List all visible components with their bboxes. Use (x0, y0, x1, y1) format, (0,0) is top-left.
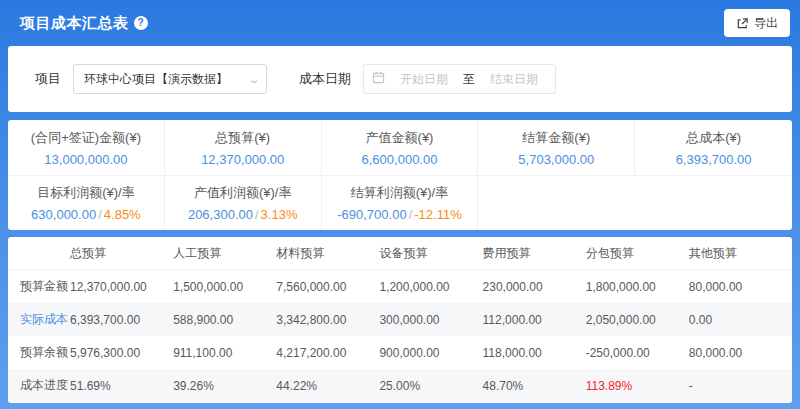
table-row-actual-cost: 实际成本 6,393,700.00 588,900.00 3,342,800.0… (8, 303, 792, 336)
profit-rate: 4.85% (104, 207, 141, 222)
project-label: 项目 (35, 70, 61, 88)
page-title: 项目成本汇总表 (20, 14, 129, 33)
cell: - (689, 379, 792, 393)
value-separator: / (253, 207, 261, 222)
summary-card-value: -690,700.00/-12.11% (337, 207, 462, 222)
column-header-labor-budget: 人工预算 (173, 245, 276, 262)
profit-amount: 206,300.00 (188, 207, 253, 222)
export-icon (736, 17, 749, 30)
column-header-subcontract-budget: 分包预算 (586, 245, 689, 262)
profit-rate: 3.13% (261, 207, 298, 222)
summary-card-settlement-profit: 结算利润额(¥)/率 -690,700.00/-12.11% (322, 176, 479, 230)
cell: 7,560,000.00 (276, 280, 379, 294)
cell: 48.70% (483, 379, 586, 393)
value-separator: / (96, 207, 104, 222)
summary-card-label: 目标利润额(¥)/率 (37, 184, 135, 202)
row-label: 预算金额 (8, 278, 70, 295)
summary-card-label: 结算利润额(¥)/率 (351, 184, 449, 202)
project-select[interactable]: 环球中心项目【演示数据】 ⌄ (73, 64, 267, 94)
summary-card-output-amount: 产值金额(¥) 6,600,000.00 (322, 120, 479, 175)
summary-card-label: 总成本(¥) (686, 129, 741, 147)
cost-table: 总预算 人工预算 材料预算 设备预算 费用预算 分包预算 其他预算 预算金额 1… (8, 237, 792, 403)
cell: 39.26% (173, 379, 276, 393)
panel-gap (0, 230, 800, 237)
cell-over-budget: 113.89% (586, 379, 689, 393)
date-separator: 至 (463, 71, 475, 88)
cell: 588,900.00 (173, 313, 276, 327)
table-row-budget-amount: 预算金额 12,370,000.00 1,500,000.00 7,560,00… (8, 270, 792, 303)
profit-amount: 630,000.00 (31, 207, 96, 222)
summary-card-value: 630,000.00/4.85% (31, 207, 141, 222)
cell: 1,500,000.00 (173, 280, 276, 294)
column-header-expense-budget: 费用预算 (483, 245, 586, 262)
cell: 51.69% (70, 379, 173, 393)
column-header-material-budget: 材料预算 (276, 245, 379, 262)
profit-amount: -690,700.00 (337, 207, 406, 222)
cell: 911,100.00 (173, 346, 276, 360)
help-icon[interactable]: ? (134, 16, 148, 30)
summary-row-amounts: (合同+签证)金额(¥) 13,000,000.00 总预算(¥) 12,370… (8, 120, 792, 175)
summary-card-total-cost: 总成本(¥) 6,393,700.00 (635, 120, 792, 175)
cell: 230,000.00 (483, 280, 586, 294)
summary-card-value: 13,000,000.00 (44, 152, 127, 167)
summary-row-profits: 目标利润额(¥)/率 630,000.00/4.85% 产值利润额(¥)/率 2… (8, 175, 792, 230)
cell: 25.00% (379, 379, 482, 393)
summary-card-value: 6,600,000.00 (362, 152, 438, 167)
chevron-down-icon: ⌄ (247, 74, 260, 85)
table-header-row: 总预算 人工预算 材料预算 设备预算 费用预算 分包预算 其他预算 (8, 237, 792, 270)
cell: 1,800,000.00 (586, 280, 689, 294)
summary-card-total-budget: 总预算(¥) 12,370,000.00 (165, 120, 322, 175)
summary-card-value: 12,370,000.00 (201, 152, 284, 167)
cell: 300,000.00 (379, 313, 482, 327)
cell: 0.00 (689, 313, 792, 327)
cell: -250,000.00 (586, 346, 689, 360)
row-label: 预算余额 (8, 344, 70, 361)
cell: 1,200,000.00 (379, 280, 482, 294)
actual-cost-link[interactable]: 实际成本 (8, 311, 70, 328)
cell: 900,000.00 (379, 346, 482, 360)
header-bar: 项目成本汇总表 ? 导出 (0, 0, 800, 46)
export-button[interactable]: 导出 (724, 9, 790, 37)
cell: 112,000.00 (483, 313, 586, 327)
end-date-placeholder: 结束日期 (481, 71, 547, 88)
column-header-total-budget: 总预算 (70, 245, 173, 262)
filter-panel: 项目 环球中心项目【演示数据】 ⌄ 成本日期 开始日期 至 结束日期 (8, 46, 792, 112)
column-header-other-budget: 其他预算 (689, 245, 792, 262)
row-label: 成本进度 (8, 377, 70, 394)
calendar-icon (372, 70, 385, 88)
cell: 12,370,000.00 (70, 280, 173, 294)
cost-date-label: 成本日期 (299, 70, 351, 88)
cell: 44.22% (276, 379, 379, 393)
summary-card-output-profit: 产值利润额(¥)/率 206,300.00/3.13% (165, 176, 322, 230)
cell: 6,393,700.00 (70, 313, 173, 327)
summary-card-empty (478, 176, 635, 230)
cell: 4,217,200.00 (276, 346, 379, 360)
summary-card-value: 206,300.00/3.13% (188, 207, 298, 222)
summary-card-target-profit: 目标利润额(¥)/率 630,000.00/4.85% (8, 176, 165, 230)
cell: 80,000.00 (689, 280, 792, 294)
summary-card-value: 6,393,700.00 (676, 152, 752, 167)
cell: 3,342,800.00 (276, 313, 379, 327)
cell: 2,050,000.00 (586, 313, 689, 327)
summary-card-label: 结算金额(¥) (522, 129, 590, 147)
summary-card-value: 5,703,000.00 (518, 152, 594, 167)
profit-rate: -12.11% (414, 207, 461, 222)
panel-gap (0, 112, 800, 120)
cell: 5,976,300.00 (70, 346, 173, 360)
summary-card-contract-amount: (合同+签证)金额(¥) 13,000,000.00 (8, 120, 165, 175)
table-row-budget-balance: 预算余额 5,976,300.00 911,100.00 4,217,200.0… (8, 336, 792, 369)
table-row-cost-progress: 成本进度 51.69% 39.26% 44.22% 25.00% 48.70% … (8, 369, 792, 402)
export-button-label: 导出 (754, 15, 778, 32)
project-select-value: 环球中心项目【演示数据】 (84, 71, 250, 88)
summary-card-label: 产值利润额(¥)/率 (194, 184, 292, 202)
cell: 118,000.00 (483, 346, 586, 360)
summary-card-label: 产值金额(¥) (366, 129, 434, 147)
date-range-input[interactable]: 开始日期 至 结束日期 (363, 64, 556, 94)
start-date-placeholder: 开始日期 (391, 71, 457, 88)
summary-card-label: 总预算(¥) (215, 129, 270, 147)
cell: 80,000.00 (689, 346, 792, 360)
summary-card-empty (635, 176, 792, 230)
column-header-equipment-budget: 设备预算 (379, 245, 482, 262)
summary-card-settlement-amount: 结算金额(¥) 5,703,000.00 (478, 120, 635, 175)
summary-card-label: (合同+签证)金额(¥) (31, 129, 141, 147)
